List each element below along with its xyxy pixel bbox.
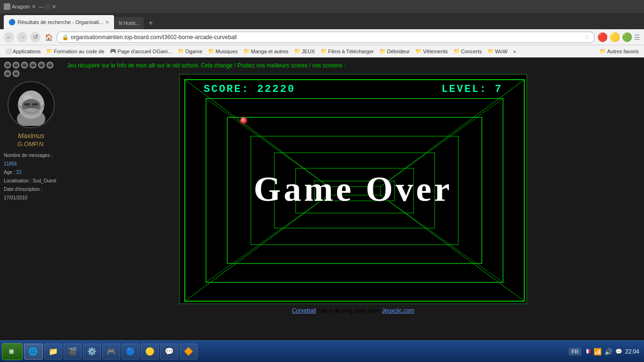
- tab-new[interactable]: +: [145, 17, 157, 29]
- reload-button[interactable]: ↺: [30, 32, 41, 42]
- bookmark-films[interactable]: 📁 Films à Télécharger: [318, 47, 376, 55]
- bookmark-manga-label: Manga et autres: [251, 49, 289, 54]
- url-bar[interactable]: 🔒 organisationmaintien.top-board.com/t36…: [57, 32, 594, 43]
- star-icon[interactable]: ☆: [584, 34, 589, 41]
- taskbar-item-app1[interactable]: ⚙️: [83, 344, 101, 360]
- svg-rect-14: [40, 65, 43, 66]
- bookmark-wow-label: WoW: [495, 49, 508, 54]
- tab-inactive-label: Hurtic...: [124, 21, 140, 26]
- location: Localisation : Sud_Ouest: [4, 177, 58, 185]
- bookmark-jeux[interactable]: 📁 JEUX: [292, 47, 317, 55]
- bookmark-concerts[interactable]: 📁 Concerts: [451, 47, 484, 55]
- app6-icon: 🔶: [184, 347, 193, 356]
- footer-separator: | Jeux de ping pong avec: [317, 307, 382, 314]
- bookmark-applications[interactable]: ⬜ Applications: [3, 47, 43, 55]
- game-wrapper: SCORE: 22220 LEVEL: 7 Game Over C: [67, 74, 639, 314]
- svg-rect-2: [6, 65, 9, 66]
- tab-close-icon[interactable]: ✕: [105, 19, 109, 25]
- user-stats: Nombre de messages : 11856 Age : 23 Loca…: [4, 151, 58, 202]
- taskbar-item-app5[interactable]: 💬: [160, 344, 178, 360]
- bookmark-debrideur-label: Débrideur: [387, 49, 410, 54]
- user-guild: G.OMP.N.: [4, 140, 58, 148]
- bookmark-more[interactable]: »: [511, 48, 519, 55]
- close-icon[interactable]: ✕: [32, 4, 36, 10]
- level-label: LEVEL:: [441, 83, 487, 95]
- taskbar-item-app4[interactable]: 🟡: [141, 344, 159, 360]
- bookmark-musiques[interactable]: 📁 Musiques: [206, 47, 240, 55]
- bookmark-formation-label: Formation au code de: [54, 49, 104, 54]
- svg-rect-29: [24, 103, 30, 106]
- notification-icon: 💬: [615, 348, 622, 355]
- ball: [240, 117, 247, 123]
- score-value: 22220: [257, 83, 295, 95]
- extensions-area: 🔴 🟡 🟢 ☰: [597, 32, 640, 42]
- bookmark-vetements-label: Vêtements: [423, 49, 448, 54]
- svg-rect-20: [6, 73, 9, 75]
- back-button[interactable]: ←: [4, 32, 14, 42]
- bookmark-films-label: Films à Télécharger: [328, 49, 374, 54]
- sidebar: Maximus G.OMP.N. Nombre de messages : 11…: [0, 58, 62, 321]
- score-display: SCORE: 22220: [204, 83, 295, 95]
- bookmark-ogame-label2: Ogame: [185, 49, 202, 54]
- svg-rect-11: [31, 65, 35, 66]
- home-button[interactable]: 🏠: [43, 32, 54, 42]
- bookmark-debrideur[interactable]: 📁 Débrideur: [377, 47, 412, 55]
- bookmark-other[interactable]: 📁 Autres favoris: [597, 47, 641, 55]
- bookmark-manga[interactable]: 📁 Manga et autres: [241, 47, 291, 55]
- svg-rect-17: [48, 65, 52, 66]
- start-icon: ⊞: [9, 348, 14, 355]
- app4-icon: 🟡: [145, 347, 155, 356]
- bookmark-applications-label: Applications: [13, 49, 41, 54]
- age-value: 23: [16, 170, 21, 175]
- app2-icon: 🎮: [107, 347, 116, 356]
- jeuxclic-link[interactable]: Jeuxclic.com: [382, 307, 414, 314]
- curveball-link[interactable]: Curveball: [292, 307, 316, 314]
- lang-indicator[interactable]: FR: [569, 348, 581, 355]
- bookmark-ogame-label: Page d'accueil OGam...: [117, 49, 172, 54]
- svg-rect-23: [14, 73, 18, 75]
- hud: SCORE: 22220 LEVEL: 7: [180, 83, 526, 95]
- helmet-icons-row: [4, 61, 58, 77]
- taskbar-item-media[interactable]: 🎬: [64, 344, 82, 360]
- start-button[interactable]: ⊞: [2, 343, 23, 360]
- taskbar-item-app6[interactable]: 🔶: [180, 344, 198, 360]
- taskbar-item-browser[interactable]: 🌐: [24, 344, 43, 360]
- messages-count: 11856: [4, 161, 17, 166]
- bookmark-jeux-label: JEUX: [302, 49, 315, 54]
- messages-label: Nombre de messages :: [4, 153, 52, 158]
- avatar: [8, 81, 55, 128]
- flag-icon: 🇫🇷: [584, 348, 591, 354]
- url-text: organisationmaintien.top-board.com/t3602…: [71, 34, 237, 41]
- taskbar-item-app2[interactable]: 🎮: [102, 344, 120, 360]
- browser-icon: 🌐: [28, 347, 38, 356]
- taskbar-item-app3[interactable]: 🔵: [122, 344, 140, 360]
- media-icon: 🎬: [68, 347, 77, 356]
- forward-button[interactable]: →: [17, 32, 27, 42]
- bookmark-wow[interactable]: 📁 WoW: [485, 47, 510, 55]
- network-icon: 📶: [594, 348, 602, 355]
- app3-icon: 🔵: [126, 347, 135, 356]
- clock: 22:04: [625, 348, 639, 355]
- volume-icon[interactable]: 🔊: [604, 348, 612, 355]
- bookmark-vetements[interactable]: 📁 Vêtements: [413, 47, 450, 55]
- bookmark-formation[interactable]: 📁 Formation au code de: [44, 47, 107, 55]
- svg-rect-30: [32, 103, 38, 106]
- taskbar-item-folder[interactable]: 📁: [44, 344, 62, 360]
- age-label: Age :: [4, 170, 15, 175]
- game-canvas[interactable]: SCORE: 22220 LEVEL: 7 Game Over: [179, 74, 528, 304]
- bookmark-ogame[interactable]: 📁 Ogame: [175, 47, 205, 55]
- system-tray: FR 🇫🇷 📶 🔊 💬 22:04: [566, 348, 642, 355]
- bookmark-concerts-label: Concerts: [461, 49, 482, 54]
- level-display: LEVEL: 7: [441, 83, 503, 95]
- score-label: SCORE:: [204, 83, 249, 95]
- forum-message: Jeu récupéré sur le fofo de mon alli sur…: [67, 62, 639, 69]
- bookmark-other-label: Autres favoris: [607, 49, 639, 54]
- tab-inactive[interactable]: N Hurtic...: [115, 17, 144, 29]
- avatar-container: [4, 81, 58, 128]
- game-over-text: Game Over: [254, 169, 453, 209]
- tab-active[interactable]: 🔵 Résultats de recherche - Organisati...…: [4, 15, 114, 29]
- tab-title: Aragom: [12, 4, 30, 9]
- tab-active-label: Résultats de recherche - Organisati...: [17, 19, 103, 25]
- username: Maximus: [4, 132, 58, 140]
- bookmark-ogame-home[interactable]: 🎮 Page d'accueil OGam...: [107, 47, 174, 55]
